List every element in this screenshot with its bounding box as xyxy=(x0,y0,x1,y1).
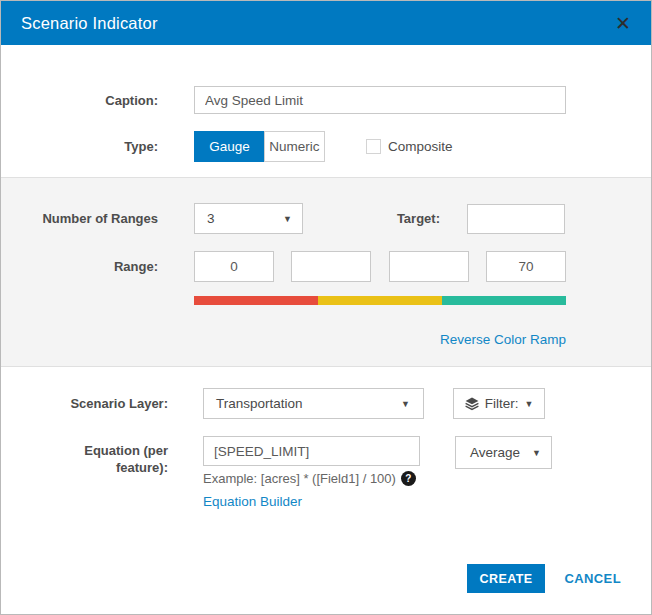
cancel-button[interactable]: CANCEL xyxy=(564,571,621,586)
top-form-section: Caption: Type: Gauge Numeric Composite xyxy=(1,45,651,162)
filter-button[interactable]: Filter: ▼ xyxy=(453,388,545,419)
equation-label: Equation (per feature): xyxy=(1,436,168,476)
ramp-segment-green xyxy=(442,296,566,305)
equation-row: Equation (per feature): Example: [acres]… xyxy=(1,436,651,510)
range-input-1[interactable] xyxy=(194,251,274,282)
scenario-indicator-dialog: Scenario Indicator ✕ Caption: Type: Gaug… xyxy=(0,0,652,615)
help-icon[interactable]: ? xyxy=(401,471,416,486)
chevron-down-icon: ▼ xyxy=(532,448,541,458)
chevron-down-icon: ▼ xyxy=(524,399,533,409)
scenario-layer-label: Scenario Layer: xyxy=(1,396,168,411)
range-input-2[interactable] xyxy=(291,251,371,282)
range-input-3[interactable] xyxy=(389,251,469,282)
scenario-layer-value: Transportation xyxy=(216,396,303,411)
composite-checkbox[interactable] xyxy=(366,139,381,154)
target-label: Target: xyxy=(397,211,440,226)
composite-label: Composite xyxy=(388,139,453,154)
chevron-down-icon: ▼ xyxy=(401,399,410,409)
type-numeric-button[interactable]: Numeric xyxy=(264,131,325,162)
equation-input[interactable] xyxy=(203,436,420,466)
ramp-segment-red xyxy=(194,296,318,305)
aggregation-value: Average xyxy=(470,445,520,460)
type-segmented-control: Gauge Numeric xyxy=(194,131,325,162)
equation-builder-link[interactable]: Equation Builder xyxy=(203,494,302,509)
dialog-header: Scenario Indicator ✕ xyxy=(1,1,651,45)
type-label: Type: xyxy=(1,139,158,154)
number-of-ranges-label: Number of Ranges xyxy=(1,211,158,226)
range-input-4[interactable] xyxy=(486,251,566,282)
layer-form-section: Scenario Layer: Transportation ▼ Filter:… xyxy=(1,388,651,510)
color-ramp-wrap: Reverse Color Ramp xyxy=(194,296,566,348)
close-icon[interactable]: ✕ xyxy=(615,14,631,33)
ramp-segment-yellow xyxy=(318,296,442,305)
ranges-panel: Number of Ranges 3 ▼ Target: Range: xyxy=(1,177,651,367)
type-row: Type: Gauge Numeric Composite xyxy=(1,131,651,162)
equation-example-text: Example: [acres] * ([Field1] / 100) xyxy=(203,471,396,486)
equation-column: Example: [acres] * ([Field1] / 100) ? Eq… xyxy=(203,436,420,510)
type-gauge-button[interactable]: Gauge xyxy=(194,131,264,162)
scenario-layer-row: Scenario Layer: Transportation ▼ Filter:… xyxy=(1,388,651,419)
scenario-layer-dropdown[interactable]: Transportation ▼ xyxy=(203,388,424,419)
caption-input[interactable] xyxy=(194,86,566,114)
number-of-ranges-dropdown[interactable]: 3 ▼ xyxy=(194,203,303,234)
number-of-ranges-value: 3 xyxy=(207,211,215,226)
target-input[interactable] xyxy=(467,204,565,234)
aggregation-dropdown[interactable]: Average ▼ xyxy=(455,436,552,469)
layers-icon xyxy=(465,397,479,411)
color-ramp xyxy=(194,296,566,305)
create-button[interactable]: CREATE xyxy=(467,564,546,593)
filter-label: Filter: xyxy=(485,396,519,411)
caption-row: Caption: xyxy=(1,86,651,114)
equation-example-line: Example: [acres] * ([Field1] / 100) ? xyxy=(203,471,420,486)
range-label: Range: xyxy=(1,259,158,274)
caption-label: Caption: xyxy=(1,93,158,108)
range-inputs xyxy=(194,251,566,282)
dialog-footer: CREATE CANCEL xyxy=(467,564,621,593)
chevron-down-icon: ▼ xyxy=(283,214,292,224)
reverse-color-ramp-link[interactable]: Reverse Color Ramp xyxy=(440,332,566,347)
number-of-ranges-row: Number of Ranges 3 ▼ Target: xyxy=(1,203,651,234)
range-row: Range: xyxy=(1,251,651,282)
dialog-title: Scenario Indicator xyxy=(21,14,158,33)
